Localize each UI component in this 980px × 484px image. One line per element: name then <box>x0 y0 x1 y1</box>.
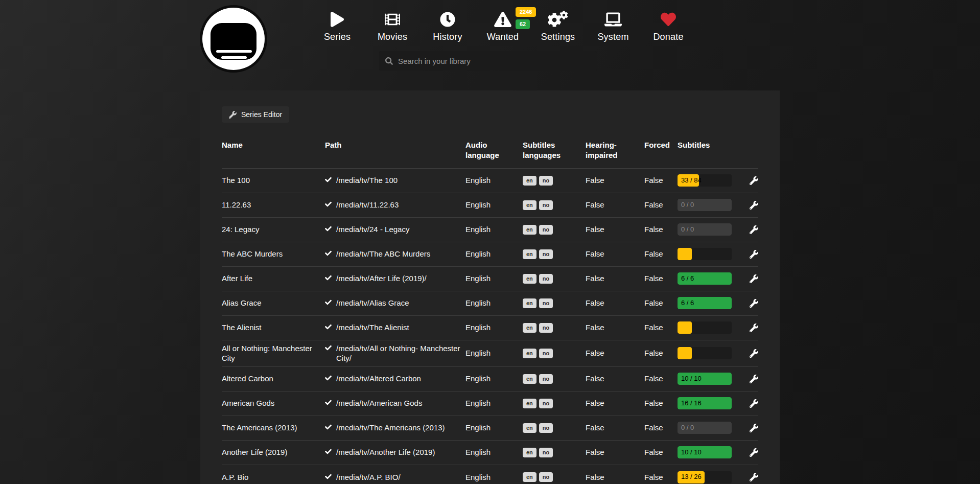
audio-language: English <box>465 224 523 235</box>
hearing-impaired: False <box>586 374 644 384</box>
subtitle-languages: enno <box>523 249 586 259</box>
series-name[interactable]: A.P. Bio <box>222 472 325 482</box>
row-wrench-icon[interactable] <box>750 250 758 259</box>
progress-text: 6 / 6 <box>681 272 694 285</box>
series-path: /media/tv/24 - Legacy <box>325 224 465 235</box>
subtitles-progress-bar: 10 / 10 <box>678 373 732 385</box>
nav-item-settings[interactable]: Settings <box>530 6 586 42</box>
play-icon <box>331 10 344 29</box>
series-name[interactable]: Another Life (2019) <box>222 447 325 457</box>
nav-label: Series <box>324 32 351 42</box>
path-exists-check-icon <box>325 424 332 430</box>
series-name[interactable]: The ABC Murders <box>222 249 325 259</box>
progress-text: 0 / 0 <box>681 422 694 434</box>
nav-item-wanted[interactable]: Wanted 2246 62 <box>475 6 530 42</box>
table-row: The Alienist/media/tv/The AlienistEnglis… <box>222 316 758 340</box>
subtitle-languages: enno <box>523 274 586 284</box>
hearing-impaired: False <box>586 249 644 259</box>
row-wrench-icon[interactable] <box>750 399 758 408</box>
path-exists-check-icon <box>325 176 332 183</box>
subtitle-languages: enno <box>523 472 586 482</box>
row-wrench-icon[interactable] <box>750 349 758 358</box>
language-tag: en <box>523 374 536 384</box>
path-exists-check-icon <box>325 344 332 351</box>
language-tag: en <box>523 472 536 482</box>
subtitles-progress-bar: 6 / 6 <box>678 272 732 285</box>
row-wrench-icon[interactable] <box>750 201 758 210</box>
row-wrench-icon[interactable] <box>750 473 758 481</box>
logo-subtitle-line <box>221 56 247 59</box>
nav-label: Donate <box>653 32 683 42</box>
path-exists-check-icon <box>325 473 332 480</box>
series-name[interactable]: All or Nothing: Manchester City <box>222 343 325 363</box>
language-tag: en <box>523 349 536 358</box>
main-nav: Series Movies History Wanted 2246 62 Set… <box>310 6 696 42</box>
hearing-impaired: False <box>586 472 644 482</box>
nav-item-donate[interactable]: Donate <box>641 6 696 42</box>
series-path-text: /media/tv/Altered Carbon <box>336 374 421 384</box>
series-path: /media/tv/A.P. BIO/ <box>325 472 465 482</box>
path-exists-check-icon <box>325 250 332 257</box>
logo-subtitle-line <box>216 50 252 53</box>
search-icon <box>385 57 393 65</box>
table-header: Name Path Audio language Subtitles langu… <box>222 135 758 169</box>
nav-item-series[interactable]: Series <box>310 6 365 42</box>
path-exists-check-icon <box>325 274 332 281</box>
row-wrench-icon[interactable] <box>750 324 758 332</box>
row-wrench-icon[interactable] <box>750 375 758 383</box>
audio-language: English <box>465 348 523 358</box>
series-name[interactable]: After Life <box>222 273 325 284</box>
series-name[interactable]: 24: Legacy <box>222 224 325 235</box>
hearing-impaired: False <box>586 447 644 457</box>
hearing-impaired: False <box>586 273 644 284</box>
wrench-icon <box>229 111 237 119</box>
subtitle-languages: enno <box>523 423 586 433</box>
language-tag: en <box>523 200 536 210</box>
language-tag: no <box>539 274 553 284</box>
language-tag: no <box>539 249 553 259</box>
progress-text: 33 / 84 <box>681 174 702 187</box>
series-name[interactable]: The Alienist <box>222 322 325 333</box>
series-name[interactable]: 11.22.63 <box>222 200 325 210</box>
row-wrench-icon[interactable] <box>750 448 758 457</box>
row-wrench-icon[interactable] <box>750 176 758 185</box>
table-row: Another Life (2019)/media/tv/Another Lif… <box>222 441 758 465</box>
row-wrench-icon[interactable] <box>750 424 758 432</box>
language-tag: no <box>539 448 553 457</box>
path-exists-check-icon <box>325 448 332 455</box>
row-wrench-icon[interactable] <box>750 299 758 308</box>
table-row: After Life/media/tv/After Life (2019)/En… <box>222 267 758 291</box>
library-search <box>379 51 597 71</box>
series-name[interactable]: The Americans (2013) <box>222 423 325 433</box>
nav-item-movies[interactable]: Movies <box>365 6 420 42</box>
series-path-text: /media/tv/The Americans (2013) <box>336 423 445 433</box>
forced: False <box>644 472 678 482</box>
row-wrench-icon[interactable] <box>750 274 758 283</box>
heart-icon <box>660 10 676 29</box>
bazarr-logo[interactable] <box>202 8 265 70</box>
subtitles-progress-bar: 13 / 26 <box>678 471 732 483</box>
series-name[interactable]: American Gods <box>222 398 325 408</box>
hearing-impaired: False <box>586 348 644 358</box>
audio-language: English <box>465 273 523 284</box>
nav-item-system[interactable]: System <box>586 6 641 42</box>
laptop-icon <box>604 10 622 29</box>
subtitle-languages: enno <box>523 200 586 210</box>
row-wrench-icon[interactable] <box>750 225 758 234</box>
series-path-text: /media/tv/11.22.63 <box>336 200 399 210</box>
series-path: /media/tv/American Gods <box>325 398 465 408</box>
wanted-movies-badge: 62 <box>516 19 530 29</box>
path-exists-check-icon <box>325 299 332 306</box>
search-input[interactable] <box>398 57 591 65</box>
language-tag: no <box>539 472 553 482</box>
nav-item-history[interactable]: History <box>420 6 475 42</box>
subtitle-languages: enno <box>523 448 586 457</box>
series-editor-button[interactable]: Series Editor <box>222 106 289 123</box>
series-name[interactable]: Altered Carbon <box>222 374 325 384</box>
forced: False <box>644 224 678 235</box>
series-name[interactable]: The 100 <box>222 175 325 186</box>
series-name[interactable]: Alias Grace <box>222 298 325 308</box>
logo-tv-screen <box>211 23 256 60</box>
table-row: Alias Grace/media/tv/Alias GraceEnglishe… <box>222 291 758 316</box>
header-forced: Forced <box>644 140 678 150</box>
